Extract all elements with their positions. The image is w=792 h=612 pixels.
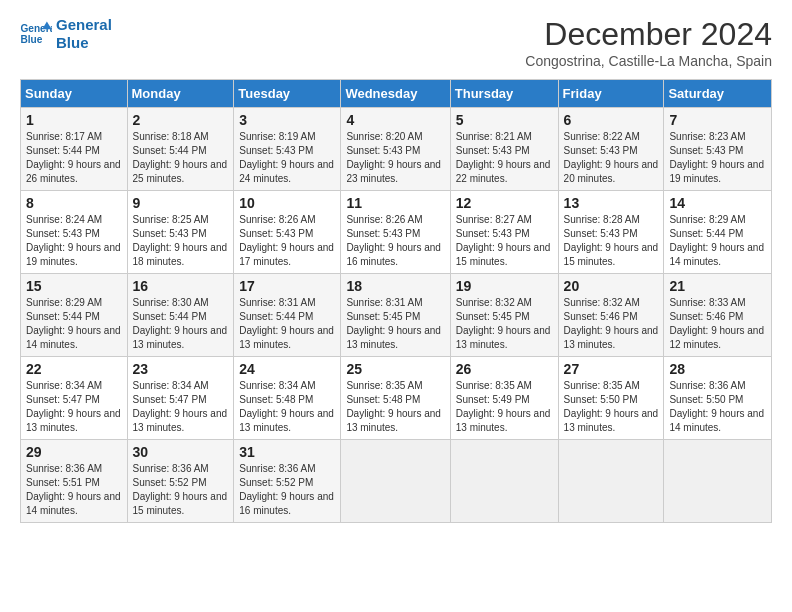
calendar-week-4: 22Sunrise: 8:34 AMSunset: 5:47 PMDayligh…	[21, 357, 772, 440]
day-number: 31	[239, 444, 335, 460]
calendar-day: 11Sunrise: 8:26 AMSunset: 5:43 PMDayligh…	[341, 191, 450, 274]
day-info: Sunrise: 8:34 AMSunset: 5:48 PMDaylight:…	[239, 379, 335, 435]
day-info: Sunrise: 8:30 AMSunset: 5:44 PMDaylight:…	[133, 296, 229, 352]
calendar-day: 17Sunrise: 8:31 AMSunset: 5:44 PMDayligh…	[234, 274, 341, 357]
day-info: Sunrise: 8:34 AMSunset: 5:47 PMDaylight:…	[26, 379, 122, 435]
logo-subtext: Blue	[56, 34, 89, 51]
calendar-day: 6Sunrise: 8:22 AMSunset: 5:43 PMDaylight…	[558, 108, 664, 191]
calendar-day	[558, 440, 664, 523]
calendar-day: 14Sunrise: 8:29 AMSunset: 5:44 PMDayligh…	[664, 191, 772, 274]
day-number: 8	[26, 195, 122, 211]
header-saturday: Saturday	[664, 80, 772, 108]
day-info: Sunrise: 8:26 AMSunset: 5:43 PMDaylight:…	[239, 213, 335, 269]
day-info: Sunrise: 8:28 AMSunset: 5:43 PMDaylight:…	[564, 213, 659, 269]
calendar-day: 23Sunrise: 8:34 AMSunset: 5:47 PMDayligh…	[127, 357, 234, 440]
day-info: Sunrise: 8:33 AMSunset: 5:46 PMDaylight:…	[669, 296, 766, 352]
day-info: Sunrise: 8:31 AMSunset: 5:45 PMDaylight:…	[346, 296, 444, 352]
day-info: Sunrise: 8:27 AMSunset: 5:43 PMDaylight:…	[456, 213, 553, 269]
day-info: Sunrise: 8:26 AMSunset: 5:43 PMDaylight:…	[346, 213, 444, 269]
day-info: Sunrise: 8:34 AMSunset: 5:47 PMDaylight:…	[133, 379, 229, 435]
day-info: Sunrise: 8:36 AMSunset: 5:51 PMDaylight:…	[26, 462, 122, 518]
calendar-day: 18Sunrise: 8:31 AMSunset: 5:45 PMDayligh…	[341, 274, 450, 357]
day-number: 2	[133, 112, 229, 128]
logo-icon: General Blue	[20, 20, 52, 48]
day-info: Sunrise: 8:36 AMSunset: 5:52 PMDaylight:…	[133, 462, 229, 518]
calendar-day: 19Sunrise: 8:32 AMSunset: 5:45 PMDayligh…	[450, 274, 558, 357]
day-info: Sunrise: 8:32 AMSunset: 5:45 PMDaylight:…	[456, 296, 553, 352]
day-number: 27	[564, 361, 659, 377]
day-number: 11	[346, 195, 444, 211]
day-number: 29	[26, 444, 122, 460]
calendar-week-2: 8Sunrise: 8:24 AMSunset: 5:43 PMDaylight…	[21, 191, 772, 274]
day-number: 22	[26, 361, 122, 377]
logo-text: General	[56, 16, 112, 33]
header-friday: Friday	[558, 80, 664, 108]
day-info: Sunrise: 8:21 AMSunset: 5:43 PMDaylight:…	[456, 130, 553, 186]
day-number: 18	[346, 278, 444, 294]
calendar-day: 16Sunrise: 8:30 AMSunset: 5:44 PMDayligh…	[127, 274, 234, 357]
day-info: Sunrise: 8:35 AMSunset: 5:48 PMDaylight:…	[346, 379, 444, 435]
calendar-day: 29Sunrise: 8:36 AMSunset: 5:51 PMDayligh…	[21, 440, 128, 523]
calendar-day: 27Sunrise: 8:35 AMSunset: 5:50 PMDayligh…	[558, 357, 664, 440]
day-number: 3	[239, 112, 335, 128]
day-number: 14	[669, 195, 766, 211]
calendar-table: SundayMondayTuesdayWednesdayThursdayFrid…	[20, 79, 772, 523]
day-number: 16	[133, 278, 229, 294]
day-info: Sunrise: 8:36 AMSunset: 5:50 PMDaylight:…	[669, 379, 766, 435]
day-info: Sunrise: 8:35 AMSunset: 5:49 PMDaylight:…	[456, 379, 553, 435]
day-number: 17	[239, 278, 335, 294]
day-number: 23	[133, 361, 229, 377]
day-number: 21	[669, 278, 766, 294]
header-sunday: Sunday	[21, 80, 128, 108]
calendar-day: 2Sunrise: 8:18 AMSunset: 5:44 PMDaylight…	[127, 108, 234, 191]
day-info: Sunrise: 8:35 AMSunset: 5:50 PMDaylight:…	[564, 379, 659, 435]
calendar-day: 10Sunrise: 8:26 AMSunset: 5:43 PMDayligh…	[234, 191, 341, 274]
day-number: 12	[456, 195, 553, 211]
title-block: December 2024 Congostrina, Castille-La M…	[525, 16, 772, 69]
calendar-day: 31Sunrise: 8:36 AMSunset: 5:52 PMDayligh…	[234, 440, 341, 523]
day-number: 19	[456, 278, 553, 294]
calendar-week-3: 15Sunrise: 8:29 AMSunset: 5:44 PMDayligh…	[21, 274, 772, 357]
calendar-header-row: SundayMondayTuesdayWednesdayThursdayFrid…	[21, 80, 772, 108]
day-number: 28	[669, 361, 766, 377]
calendar-day	[450, 440, 558, 523]
header-wednesday: Wednesday	[341, 80, 450, 108]
calendar-day: 30Sunrise: 8:36 AMSunset: 5:52 PMDayligh…	[127, 440, 234, 523]
day-info: Sunrise: 8:19 AMSunset: 5:43 PMDaylight:…	[239, 130, 335, 186]
calendar-day: 28Sunrise: 8:36 AMSunset: 5:50 PMDayligh…	[664, 357, 772, 440]
day-info: Sunrise: 8:17 AMSunset: 5:44 PMDaylight:…	[26, 130, 122, 186]
day-number: 24	[239, 361, 335, 377]
day-number: 20	[564, 278, 659, 294]
day-number: 1	[26, 112, 122, 128]
day-number: 6	[564, 112, 659, 128]
calendar-day: 21Sunrise: 8:33 AMSunset: 5:46 PMDayligh…	[664, 274, 772, 357]
day-number: 25	[346, 361, 444, 377]
calendar-day: 9Sunrise: 8:25 AMSunset: 5:43 PMDaylight…	[127, 191, 234, 274]
calendar-day: 26Sunrise: 8:35 AMSunset: 5:49 PMDayligh…	[450, 357, 558, 440]
svg-text:Blue: Blue	[20, 34, 42, 45]
calendar-day: 4Sunrise: 8:20 AMSunset: 5:43 PMDaylight…	[341, 108, 450, 191]
day-info: Sunrise: 8:18 AMSunset: 5:44 PMDaylight:…	[133, 130, 229, 186]
day-info: Sunrise: 8:31 AMSunset: 5:44 PMDaylight:…	[239, 296, 335, 352]
calendar-day	[664, 440, 772, 523]
calendar-day: 1Sunrise: 8:17 AMSunset: 5:44 PMDaylight…	[21, 108, 128, 191]
day-info: Sunrise: 8:29 AMSunset: 5:44 PMDaylight:…	[669, 213, 766, 269]
day-info: Sunrise: 8:25 AMSunset: 5:43 PMDaylight:…	[133, 213, 229, 269]
day-number: 15	[26, 278, 122, 294]
day-number: 30	[133, 444, 229, 460]
calendar-body: 1Sunrise: 8:17 AMSunset: 5:44 PMDaylight…	[21, 108, 772, 523]
day-info: Sunrise: 8:22 AMSunset: 5:43 PMDaylight:…	[564, 130, 659, 186]
day-number: 7	[669, 112, 766, 128]
calendar-day: 24Sunrise: 8:34 AMSunset: 5:48 PMDayligh…	[234, 357, 341, 440]
day-info: Sunrise: 8:23 AMSunset: 5:43 PMDaylight:…	[669, 130, 766, 186]
calendar-day: 20Sunrise: 8:32 AMSunset: 5:46 PMDayligh…	[558, 274, 664, 357]
header-monday: Monday	[127, 80, 234, 108]
day-number: 9	[133, 195, 229, 211]
calendar-day	[341, 440, 450, 523]
logo: General Blue General Blue	[20, 16, 112, 52]
day-number: 13	[564, 195, 659, 211]
calendar-day: 7Sunrise: 8:23 AMSunset: 5:43 PMDaylight…	[664, 108, 772, 191]
calendar-day: 8Sunrise: 8:24 AMSunset: 5:43 PMDaylight…	[21, 191, 128, 274]
day-number: 26	[456, 361, 553, 377]
day-number: 4	[346, 112, 444, 128]
